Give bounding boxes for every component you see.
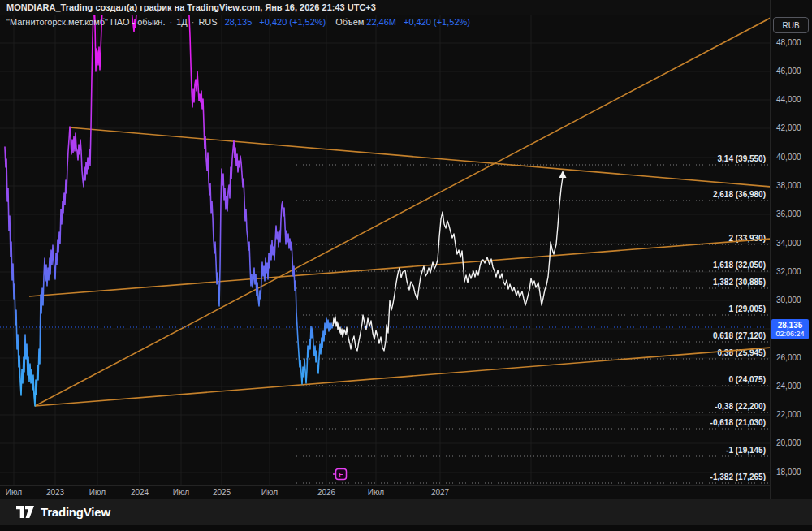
interval-label[interactable]: 1Д bbox=[176, 16, 188, 28]
volume-value: 22,46M bbox=[366, 16, 396, 28]
tradingview-logo-icon bbox=[16, 506, 34, 518]
price-axis-label: 48,000 bbox=[776, 38, 801, 48]
current-price-badge: 28,135 02:06:24 bbox=[771, 319, 809, 339]
price-axis-label: 34,000 bbox=[776, 239, 801, 248]
trend-line-lower-ascending[interactable] bbox=[35, 348, 770, 406]
fib-level-label: 1 (29,005) bbox=[728, 304, 766, 313]
badge-price: 28,135 bbox=[771, 321, 809, 330]
last-price-value: 28,135 bbox=[225, 16, 253, 28]
symbol-title[interactable]: "Магнитогорск.мет.комб" ПАО - обыкн. bbox=[6, 16, 166, 28]
fib-level-label: 1,618 (32,050) bbox=[713, 261, 766, 270]
price-axis-label: 44,000 bbox=[776, 95, 801, 105]
fib-level-label: -1,382 (17,265) bbox=[710, 473, 766, 481]
price-axis-label: 20,000 bbox=[776, 438, 801, 448]
time-axis-label: Июл bbox=[368, 488, 384, 497]
price-axis-label: 38,000 bbox=[776, 181, 801, 191]
price-axis-label: 18,000 bbox=[776, 468, 801, 477]
time-axis-label: 2027 bbox=[431, 488, 449, 497]
tradingview-wordmark: TradingView bbox=[41, 505, 110, 519]
trend-line-steep-ascending[interactable] bbox=[35, 18, 770, 406]
price-axis[interactable]: RUB 48,00046,00044,00042,00040,00038,000… bbox=[770, 0, 812, 499]
currency-button[interactable]: RUB bbox=[773, 17, 809, 33]
tradingview-chart-app: 3,14 (39,550)2,618 (36,980)2 (33,930)1,6… bbox=[0, 0, 812, 531]
price-axis-label: 32,000 bbox=[776, 267, 801, 277]
fib-level-label: -0,38 (22,200) bbox=[715, 402, 766, 411]
price-chart-canvas[interactable]: 3,14 (39,550)2,618 (36,980)2 (33,930)1,6… bbox=[0, 0, 770, 485]
chart-plot-area[interactable]: 3,14 (39,550)2,618 (36,980)2 (33,930)1,6… bbox=[0, 0, 770, 485]
price-axis-label: 42,000 bbox=[776, 123, 801, 133]
legend-separator: · bbox=[170, 16, 173, 28]
volume-change-value: +0,420 (+1,52%) bbox=[404, 16, 470, 28]
time-axis-label: Июл bbox=[89, 488, 106, 497]
price-change-value: +0,420 (+1,52%) bbox=[259, 16, 326, 28]
time-axis[interactable]: Июл2023Июл2024Июл2025Июл2026Июл2027 bbox=[0, 485, 770, 500]
time-axis-label: Июл bbox=[173, 488, 189, 497]
badge-countdown: 02:06:24 bbox=[771, 330, 809, 339]
price-axis-label: 40,000 bbox=[776, 153, 801, 162]
time-axis-label: 2023 bbox=[46, 488, 64, 497]
bottom-strip bbox=[0, 525, 812, 531]
fib-level-label: -1 (19,145) bbox=[726, 446, 766, 455]
time-axis-label: 2024 bbox=[131, 488, 149, 497]
fib-level-label: 3,14 (39,550) bbox=[718, 154, 767, 163]
price-axis-label: 24,000 bbox=[776, 382, 801, 391]
tradingview-logo-link[interactable]: TradingView bbox=[16, 505, 110, 519]
price-axis-label: 30,000 bbox=[776, 296, 801, 305]
fib-level-label: 0 (24,075) bbox=[728, 375, 766, 384]
price-axis-label: 46,000 bbox=[776, 67, 801, 76]
chart-attribution: MONDIARA_Trading создал(а) график на Tra… bbox=[0, 0, 770, 15]
exchange-label: RUS bbox=[198, 16, 217, 28]
time-axis-label: 2025 bbox=[213, 488, 231, 497]
price-axis-label: 22,000 bbox=[776, 410, 801, 420]
fib-level-label: 1,382 (30,885) bbox=[713, 278, 766, 287]
time-axis-label: 2026 bbox=[317, 488, 335, 497]
time-axis-label: Июл bbox=[6, 488, 22, 497]
forecast-arrowhead-icon bbox=[559, 171, 567, 178]
fib-level-label: -0,618 (21,030) bbox=[710, 418, 766, 427]
price-axis-label: 36,000 bbox=[776, 209, 801, 219]
legend-separator: · bbox=[192, 16, 195, 28]
price-history-line[interactable] bbox=[5, 3, 333, 406]
earnings-marker-label: E bbox=[339, 471, 343, 479]
time-axis-label: Июл bbox=[261, 488, 278, 497]
symbol-legend: "Магнитогорск.мет.комб" ПАО - обыкн. · 1… bbox=[6, 16, 470, 28]
fib-level-label: 2,618 (36,980) bbox=[713, 190, 766, 199]
footer-bar: TradingView bbox=[0, 499, 812, 525]
attribution-text: MONDIARA_Trading создал(а) график на Tra… bbox=[6, 2, 376, 12]
volume-label: Объём bbox=[335, 16, 364, 28]
price-axis-label: 26,000 bbox=[776, 353, 801, 363]
fib-level-label: 0,618 (27,120) bbox=[713, 331, 766, 340]
